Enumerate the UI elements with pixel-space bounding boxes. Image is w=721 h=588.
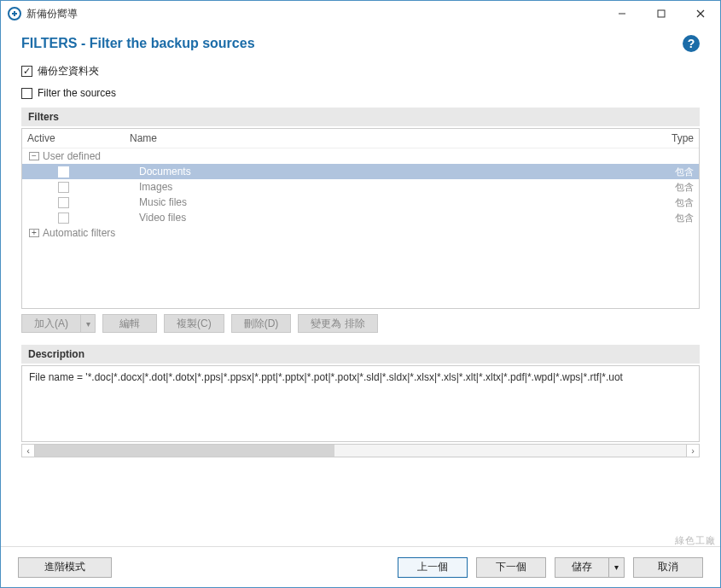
previous-button[interactable]: 上一個 bbox=[398, 557, 468, 578]
checkbox-icon[interactable] bbox=[58, 166, 69, 178]
filter-name: Images bbox=[76, 181, 660, 193]
description-text: File name = '*.doc|*.docx|*.dot|*.dotx|*… bbox=[21, 365, 700, 442]
filters-list: Active Name Type − User defined Document… bbox=[21, 128, 700, 309]
page-title: FILTERS - Filter the backup sources bbox=[21, 36, 683, 51]
column-name[interactable]: Name bbox=[130, 132, 660, 144]
cancel-button[interactable]: 取消 bbox=[633, 557, 703, 578]
add-dropdown-icon[interactable]: ▾ bbox=[80, 314, 96, 333]
column-type[interactable]: Type bbox=[660, 132, 694, 144]
minimize-button[interactable] bbox=[602, 1, 642, 26]
filter-type: 包含 bbox=[660, 212, 694, 224]
scroll-thumb[interactable] bbox=[35, 445, 334, 457]
collapse-icon[interactable]: − bbox=[29, 152, 39, 160]
tree-label: Automatic filters bbox=[43, 227, 694, 239]
filters-group-header: Filters bbox=[21, 108, 700, 126]
edit-button[interactable]: 編輯 bbox=[102, 314, 157, 333]
checkbox-icon[interactable] bbox=[58, 182, 69, 193]
add-button[interactable]: 加入(A) bbox=[21, 314, 80, 333]
checkbox-label: 備份空資料夾 bbox=[38, 64, 99, 79]
delete-button[interactable]: 刪除(D) bbox=[231, 314, 292, 333]
backup-empty-folders-checkbox[interactable]: 備份空資料夾 bbox=[21, 64, 700, 79]
scroll-track[interactable] bbox=[35, 444, 686, 457]
description-group-header: Description bbox=[21, 345, 700, 364]
column-active[interactable]: Active bbox=[27, 132, 130, 144]
scroll-right-icon[interactable]: › bbox=[686, 444, 700, 457]
filter-item-documents[interactable]: Documents 包含 bbox=[22, 164, 699, 179]
advanced-mode-button[interactable]: 進階模式 bbox=[18, 557, 112, 578]
save-button[interactable]: 儲存 ▾ bbox=[555, 557, 625, 578]
save-label: 儲存 bbox=[555, 558, 608, 577]
checkbox-icon bbox=[21, 88, 32, 99]
tree-node-user-defined[interactable]: − User defined bbox=[22, 148, 699, 164]
save-dropdown-icon[interactable]: ▾ bbox=[608, 558, 624, 577]
watermark: 綠色工廠 bbox=[675, 534, 716, 547]
description-content: File name = '*.doc|*.docx|*.dot|*.dotx|*… bbox=[29, 371, 623, 383]
app-icon bbox=[8, 7, 21, 20]
filter-type: 包含 bbox=[660, 181, 694, 194]
filter-sources-checkbox[interactable]: Filter the sources bbox=[21, 87, 700, 99]
checkbox-icon bbox=[21, 66, 32, 77]
filter-type: 包含 bbox=[660, 166, 694, 178]
filter-name: Music files bbox=[76, 196, 660, 208]
window-title: 新備份嚮導 bbox=[26, 7, 602, 21]
close-button[interactable] bbox=[681, 1, 720, 26]
scroll-left-icon[interactable]: ‹ bbox=[21, 444, 35, 457]
expand-icon[interactable]: + bbox=[29, 229, 39, 237]
svg-rect-2 bbox=[658, 10, 665, 17]
copy-button[interactable]: 複製(C) bbox=[164, 314, 224, 333]
tree-label: User defined bbox=[43, 150, 694, 162]
maximize-button[interactable] bbox=[642, 1, 681, 26]
filter-name: Video files bbox=[76, 212, 660, 224]
description-scrollbar[interactable]: ‹ › bbox=[21, 444, 700, 457]
filter-item-images[interactable]: Images 包含 bbox=[22, 179, 699, 195]
checkbox-icon[interactable] bbox=[58, 212, 69, 224]
filter-item-music[interactable]: Music files 包含 bbox=[22, 195, 699, 210]
filter-type: 包含 bbox=[660, 196, 694, 209]
help-icon[interactable]: ? bbox=[683, 35, 700, 52]
filter-item-video[interactable]: Video files 包含 bbox=[22, 210, 699, 225]
change-to-exclude-button[interactable]: 變更為 排除 bbox=[298, 314, 377, 333]
checkbox-label: Filter the sources bbox=[38, 87, 116, 99]
filter-name: Documents bbox=[76, 166, 660, 178]
checkbox-icon[interactable] bbox=[58, 197, 69, 208]
next-button[interactable]: 下一個 bbox=[476, 557, 546, 578]
tree-node-automatic-filters[interactable]: + Automatic filters bbox=[22, 225, 699, 241]
titlebar: 新備份嚮導 bbox=[1, 1, 720, 26]
